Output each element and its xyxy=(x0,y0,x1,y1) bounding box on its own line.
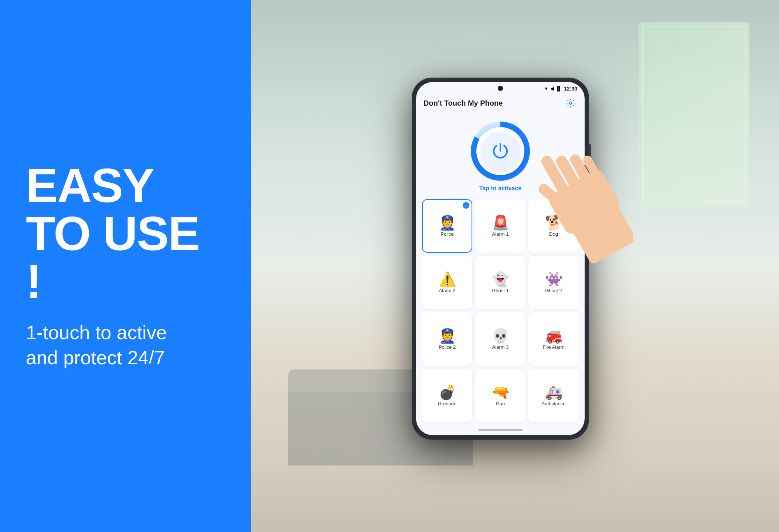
subtext-line2: and protect 24/7 xyxy=(26,345,225,371)
power-ring-outer[interactable] xyxy=(471,122,530,181)
sound-item-ghost-1[interactable]: 👻Ghost 1 xyxy=(475,256,525,309)
sound-item-alarm-3[interactable]: 💀Alarm 3 xyxy=(475,312,525,366)
sound-label: Police xyxy=(440,231,453,237)
phone-frame: ▼ ◀ ▐▌ 12:30 Don't Touch My Phone xyxy=(412,78,589,440)
sound-label: Dog xyxy=(549,231,558,237)
right-panel: ▼ ◀ ▐▌ 12:30 Don't Touch My Phone xyxy=(251,0,779,532)
svg-point-0 xyxy=(569,102,572,105)
power-button[interactable] xyxy=(481,132,520,171)
left-panel: EASY TO USE ! 1-touch to active and prot… xyxy=(0,0,251,532)
power-section: Tap to activace xyxy=(416,114,585,195)
sound-emoji: 🚒 xyxy=(545,329,562,343)
sound-emoji: 👾 xyxy=(545,272,562,286)
gear-icon xyxy=(566,98,575,108)
sound-label: Gun xyxy=(496,401,505,406)
sound-emoji: 💀 xyxy=(492,329,509,343)
status-time: 12:30 xyxy=(564,86,577,92)
sound-item-grenade[interactable]: 💣Grenade xyxy=(422,369,472,422)
sound-label: Alarm 1 xyxy=(492,231,509,237)
sound-label: Ambulance xyxy=(541,401,565,406)
sound-emoji: 🔫 xyxy=(492,385,509,399)
sound-emoji: 👮 xyxy=(439,216,456,230)
phone-wrapper: ▼ ◀ ▐▌ 12:30 Don't Touch My Phone xyxy=(412,78,589,440)
battery-icon: ▐▌ xyxy=(555,86,562,91)
home-indicator xyxy=(416,426,585,435)
sound-label: Grenade xyxy=(438,401,457,406)
home-bar xyxy=(478,429,523,431)
sound-emoji: 👮 xyxy=(439,329,456,343)
main-headline: EASY TO USE ! xyxy=(26,161,225,306)
sound-emoji: 🚑 xyxy=(545,385,562,399)
window-decoration xyxy=(639,22,749,207)
sound-emoji: 🐕 xyxy=(545,216,562,230)
sound-item-gun[interactable]: 🔫Gun xyxy=(475,369,525,422)
sound-item-alarm-1[interactable]: 🚨Alarm 1 xyxy=(475,199,525,253)
sound-item-ghost-2[interactable]: 👾Ghost 2 xyxy=(528,256,579,309)
sound-emoji: 👻 xyxy=(492,272,509,286)
power-icon xyxy=(491,142,510,160)
selected-badge: ✓ xyxy=(463,202,469,209)
headline-line2: TO USE ! xyxy=(26,209,225,306)
sound-item-alarm-2[interactable]: ⚠️Alarm 2 xyxy=(422,256,472,309)
sound-item-police-2[interactable]: 👮Police 2 xyxy=(422,312,472,366)
app-title: Don't Touch My Phone xyxy=(423,99,503,108)
tap-label: Tap to activace xyxy=(479,185,521,192)
subtext-line1: 1-touch to active xyxy=(26,320,225,345)
status-icons: ▼ ◀ ▐▌ xyxy=(544,86,562,91)
settings-button[interactable] xyxy=(564,96,577,110)
sound-item-ambulance[interactable]: 🚑Ambulance xyxy=(528,369,579,422)
sound-emoji: 💣 xyxy=(439,385,456,399)
sound-label: Ghost 1 xyxy=(492,288,509,293)
headline-line1: EASY xyxy=(26,161,225,209)
app-header: Don't Touch My Phone xyxy=(416,93,585,114)
subtext: 1-touch to active and protect 24/7 xyxy=(26,320,225,370)
sound-emoji: ⚠️ xyxy=(439,272,456,286)
sound-label: Ghost 2 xyxy=(545,288,562,293)
sound-item-fire-alarm[interactable]: 🚒Fire Alarm xyxy=(528,312,579,366)
sound-label: Alarm 3 xyxy=(492,344,509,350)
signal-icon: ◀ xyxy=(550,86,554,91)
phone-screen: ▼ ◀ ▐▌ 12:30 Don't Touch My Phone xyxy=(416,82,585,435)
power-ring-inner xyxy=(476,127,524,175)
sound-label: Police 2 xyxy=(439,344,456,350)
wifi-icon: ▼ xyxy=(544,86,548,91)
sound-emoji: 🚨 xyxy=(492,216,509,230)
status-bar: ▼ ◀ ▐▌ 12:30 xyxy=(416,82,585,93)
sound-item-police[interactable]: ✓👮Police xyxy=(422,199,472,253)
sound-grid: ✓👮Police🚨Alarm 1🐕Dog⚠️Alarm 2👻Ghost 1👾Gh… xyxy=(416,195,585,426)
sound-item-dog[interactable]: 🐕Dog xyxy=(528,199,579,253)
sound-label: Alarm 2 xyxy=(439,288,456,293)
sound-label: Fire Alarm xyxy=(542,344,564,350)
